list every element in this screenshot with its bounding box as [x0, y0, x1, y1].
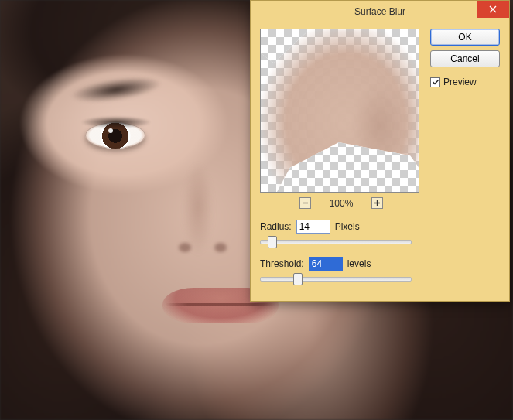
check-icon [432, 78, 439, 86]
zoom-out-button[interactable] [299, 197, 311, 209]
close-button[interactable] [477, 1, 509, 18]
image-detail [85, 122, 145, 149]
image-detail [174, 240, 231, 258]
threshold-row: Threshold: levels [260, 257, 422, 271]
cancel-button[interactable]: Cancel [430, 50, 500, 67]
close-icon [489, 5, 497, 13]
filter-preview[interactable] [260, 29, 419, 193]
radius-row: Radius: Pixels [260, 220, 422, 234]
radius-slider[interactable] [260, 235, 412, 249]
slider-track [260, 277, 412, 282]
threshold-label: Threshold: [260, 258, 304, 269]
radius-unit: Pixels [335, 221, 360, 232]
slider-thumb[interactable] [293, 273, 303, 285]
plus-icon [374, 200, 381, 207]
slider-track [260, 240, 412, 244]
preview-label: Preview [443, 77, 477, 87]
zoom-in-button[interactable] [371, 197, 383, 209]
slider-thumb[interactable] [268, 236, 277, 248]
radius-input[interactable] [296, 220, 330, 234]
threshold-unit: levels [347, 258, 371, 269]
threshold-slider[interactable] [260, 272, 412, 286]
preview-toggle[interactable]: Preview [430, 77, 500, 87]
ok-button[interactable]: OK [430, 29, 500, 46]
surface-blur-dialog: Surface Blur 100% [250, 0, 510, 302]
dialog-title: Surface Blur [251, 6, 509, 17]
dialog-titlebar[interactable]: Surface Blur [251, 1, 509, 22]
checkbox-icon [430, 77, 440, 87]
canvas-area: Surface Blur 100% [0, 0, 513, 420]
image-detail [108, 128, 113, 133]
image-detail [166, 303, 275, 306]
radius-label: Radius: [260, 221, 292, 232]
minus-icon [302, 200, 309, 207]
threshold-input[interactable] [309, 257, 343, 271]
zoom-level: 100% [330, 198, 354, 209]
